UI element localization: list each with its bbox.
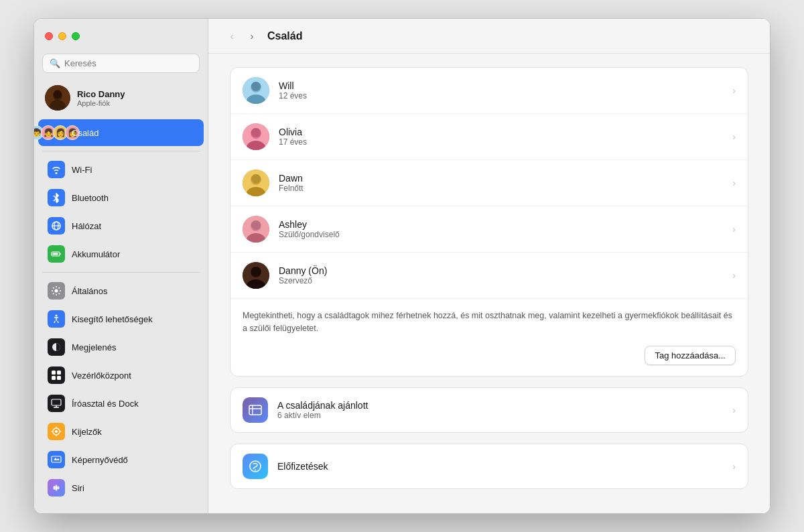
recommended-row[interactable]: A családjának ajánlott 6 aktív elem › [230,388,748,432]
search-icon: 🔍 [50,58,60,68]
sidebar-item-network[interactable]: Hálózat [38,212,204,239]
recommended-subtitle: 6 aktív elem [277,411,368,420]
sidebar: 🔍 Rico Danny Apple-fiók 🧒 [34,19,208,513]
sidebar-item-label: Család [72,128,98,138]
description-text: Megtekintheti, hogy a családtagok mihez … [230,299,748,346]
sidebar-item-siri[interactable]: Siri [38,474,204,501]
member-info: Danny (Ön) Szervező [279,265,327,285]
sidebar-item-general[interactable]: Általános [38,277,204,304]
sidebar-item-accessibility[interactable]: Kisegítő lehetőségek [38,306,204,332]
sidebar-item-family[interactable]: 🧒 👧 👩 👩 Család [38,119,204,146]
main-scroll-area: Will 12 éves › [208,54,770,513]
sidebar-item-battery[interactable]: Akkumulátor [38,241,204,267]
sidebar-item-desktop[interactable]: Íróasztal és Dock [38,390,204,417]
main-header: ‹ › Család [208,19,770,54]
search-input[interactable] [64,58,192,68]
maximize-button[interactable] [72,32,80,40]
subscriptions-icon [243,454,268,479]
sidebar-item-label: Bluetooth [72,193,109,203]
svg-point-31 [56,485,58,491]
avatar [243,262,269,289]
svg-rect-15 [52,371,56,375]
svg-point-52 [251,267,261,276]
accessibility-icon [48,310,65,328]
subscriptions-info: Előfizetések [277,461,328,472]
sidebar-item-screensaver[interactable]: Képernyővédő [38,446,204,473]
svg-rect-17 [52,376,56,380]
add-member-button[interactable]: Tag hozzáadása... [645,346,736,365]
member-role: Szervező [279,276,327,285]
svg-point-32 [58,486,60,490]
member-info: Olivia 17 éves [279,127,307,147]
chevron-right-icon: › [732,461,736,472]
member-info: Dawn Felnőtt [279,173,304,193]
table-row[interactable]: Danny (Ön) Szervező › [230,253,748,299]
subscriptions-card: Előfizetések › [230,444,748,489]
screensaver-icon [48,451,65,468]
sidebar-item-label: Íróasztal és Dock [72,399,139,409]
svg-point-36 [251,82,261,91]
sidebar-item-displays[interactable]: Kijelzők [38,418,204,445]
chevron-right-icon: › [732,178,736,188]
subscriptions-row[interactable]: Előfizetések › [230,444,748,488]
member-role: Felnőtt [279,184,304,193]
recommended-card: A családjának ajánlott 6 aktív elem › [230,387,748,433]
clearfix: Tag hozzáadása... [230,346,748,376]
member-name: Dawn [279,173,304,184]
svg-point-10 [55,289,58,293]
avatar [243,170,269,196]
svg-rect-53 [249,405,261,415]
member-name: Ashley [279,219,340,230]
table-row[interactable]: Dawn Felnőtt › [230,160,748,206]
svg-point-48 [251,220,261,230]
main-content: ‹ › Család W [208,19,770,513]
sidebar-item-label: Wi-Fi [72,165,92,175]
appearance-icon [48,338,65,356]
sidebar-item-control[interactable]: Vezérlőközpont [38,362,204,389]
network-icon [48,217,65,235]
bluetooth-icon [48,189,65,206]
svg-rect-9 [53,253,58,255]
sidebar-item-label: Általános [72,286,107,296]
user-name: Rico Danny [77,89,125,99]
table-row[interactable]: Olivia 17 éves › [230,114,748,160]
sidebar-item-appearance[interactable]: Megjelenés [38,334,204,360]
desktop-icon [48,395,65,412]
sidebar-item-bluetooth[interactable]: Bluetooth [38,184,204,211]
svg-point-30 [54,486,56,490]
sidebar-item-label: Képernyővédő [72,455,128,465]
battery-icon [48,245,65,263]
forward-button[interactable]: › [245,29,259,44]
wifi-icon [48,161,65,178]
sidebar-item-wifi[interactable]: Wi-Fi [38,156,204,183]
chevron-right-icon: › [732,85,736,96]
svg-point-23 [55,430,58,433]
user-profile[interactable]: Rico Danny Apple-fiók [37,80,205,116]
back-button[interactable]: ‹ [224,29,239,44]
general-icon [48,282,65,300]
sidebar-item-label: Kijelzők [72,427,102,437]
avatar [243,216,269,243]
avatar [243,77,269,104]
sidebar-item-label: Hálózat [72,221,101,231]
sidebar-divider [42,151,200,151]
svg-point-11 [56,315,58,317]
control-icon [48,367,65,384]
search-bar[interactable]: 🔍 [42,54,200,73]
subscriptions-title: Előfizetések [277,461,328,472]
displays-icon [48,423,65,440]
sidebar-item-label: Vezérlőközpont [72,371,131,381]
svg-point-44 [251,174,261,184]
minimize-button[interactable] [58,32,66,40]
sidebar-item-label: Kisegítő lehetőségek [72,314,153,324]
titlebar [34,19,208,54]
siri-icon [48,479,65,496]
table-row[interactable]: Ashley Szülő/gondviselő › [230,206,748,253]
user-info: Rico Danny Apple-fiók [77,89,125,107]
table-row[interactable]: Will 12 éves › [230,68,748,114]
chevron-right-icon: › [732,405,736,415]
svg-point-57 [255,469,256,470]
close-button[interactable] [45,32,53,40]
member-name: Olivia [279,127,307,137]
svg-point-3 [54,90,62,98]
